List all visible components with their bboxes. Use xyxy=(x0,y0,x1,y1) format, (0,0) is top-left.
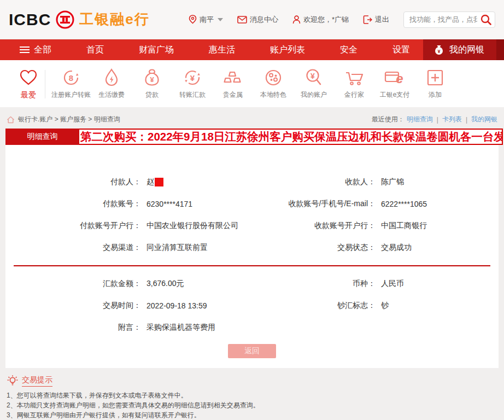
quickbar-label: 添加 xyxy=(429,91,442,99)
quickbar-item-transfer-remit[interactable]: ¥ 转账汇款 xyxy=(172,67,213,99)
breadcrumb[interactable]: 银行卡.账户 > 账户服务 > 明细查询 xyxy=(7,115,120,124)
memo-label: 附言： xyxy=(5,323,141,332)
nav-item-settings[interactable]: 设置 xyxy=(389,44,413,56)
payer-bank-label: 付款账号开户行： xyxy=(5,221,141,231)
tips-title: 交易提示 xyxy=(22,375,52,387)
purchase-annotation: 第二次购买：2022年9月18日江苏徐州客户购买保温压边机和长款保温卷圆机各一台… xyxy=(79,129,503,145)
recent-used: 最近使用： 明细查询 | 卡列表 | 我的网银 xyxy=(372,115,497,124)
quickbar-label: 工银e支付 xyxy=(380,91,410,99)
nav-item-wealth[interactable]: 财富广场 xyxy=(136,44,177,56)
nav-item-life[interactable]: 惠生活 xyxy=(206,44,238,56)
nav-item-accounts[interactable]: 账户列表 xyxy=(267,44,308,56)
my-ebank-label: 我的网银 xyxy=(449,44,484,56)
water-drop-icon xyxy=(102,67,121,89)
quickbar-item-precious-metal[interactable]: 贵金属 xyxy=(213,67,253,99)
gold-bars-icon xyxy=(223,67,243,89)
nav-item-my-ebank[interactable]: ¥ 我的网银 xyxy=(423,39,496,60)
detail-row-amount-currency: 汇款金额： 3,676.00元 币种： 人民币 xyxy=(5,273,499,295)
quickbar-label: 贵金属 xyxy=(223,91,243,99)
search-icon[interactable] xyxy=(480,14,492,26)
add-plus-icon xyxy=(425,67,445,89)
svg-text:e: e xyxy=(396,71,403,86)
logout-button[interactable]: 退出 xyxy=(363,15,389,25)
icbc-emblem-icon xyxy=(55,10,75,30)
brand-text: 工银融e行 xyxy=(79,10,149,29)
tip-item: 3、网银互联账户明细由开户银行提供，如有疑问请联系开户银行。 xyxy=(7,411,497,420)
time-label: 交易时间： xyxy=(5,301,141,311)
svg-text:¥: ¥ xyxy=(190,73,195,83)
header-search xyxy=(403,11,495,28)
tip-item: 1、您可以将查询结果下载，并保存到文本或电子表格文件中。 xyxy=(7,391,497,400)
status-value: 交易成功 xyxy=(381,243,412,253)
heart-icon xyxy=(19,67,38,89)
welcome-user[interactable]: 欢迎您，*广锦 xyxy=(292,15,349,25)
currency-label: 币种： xyxy=(254,279,376,289)
quickbar-item-register-transfer[interactable]: 8 注册账户转账 xyxy=(51,67,91,99)
breadcrumb-path: 银行卡.账户 > 账户服务 > 明细查询 xyxy=(18,115,120,124)
quickbar-label: 贷款 xyxy=(145,91,159,99)
svg-text:¥: ¥ xyxy=(150,75,154,84)
location-pin-icon xyxy=(189,15,197,24)
quickbar-label: 金行家 xyxy=(344,91,364,99)
envelope-icon xyxy=(237,16,247,24)
nav-label: 首页 xyxy=(86,44,104,56)
back-button[interactable]: 返回 xyxy=(228,344,276,358)
nav-item-security[interactable]: 安全 xyxy=(337,44,361,56)
nav-item-all[interactable]: 全部 xyxy=(16,44,55,56)
recent-link-my-ebank[interactable]: 我的网银 xyxy=(471,115,497,124)
currency-value: 人民币 xyxy=(381,279,404,289)
quickbar-item-loan[interactable]: ¥ 贷款 xyxy=(132,67,172,99)
channel-value: 同业清算互联前置 xyxy=(146,243,208,253)
message-center-label: 消息中心 xyxy=(250,15,278,25)
quickbar-item-gold-expert[interactable]: 金行家 xyxy=(334,67,374,99)
quick-access-bar: 最爱 8 注册账户转账 生活缴费 ¥ 贷款 ¥ 转账汇款 贵金属 本地特色 xyxy=(0,60,504,107)
cart-icon xyxy=(344,67,365,89)
status-label: 交易状态： xyxy=(254,243,376,253)
detail-row-bank: 付款账号开户行： 中国农业银行股份有限公司 收款账号开户行： 中国工商银行 xyxy=(5,215,499,237)
payer-label: 付款人： xyxy=(5,177,141,187)
svg-text:¥: ¥ xyxy=(310,72,315,80)
tips-list: 1、您可以将查询结果下载，并保存到文本或电子表格文件中。 2、本功能只支持查询账… xyxy=(7,391,497,420)
transaction-detail-panel: 付款人： 赵 收款人： 陈广锦 付款账号： 6230****4171 收款账号/… xyxy=(5,145,499,368)
nav-edge-decoration xyxy=(496,39,504,60)
amount-label: 汇款金额： xyxy=(5,279,141,289)
quickbar-item-add[interactable]: 添加 xyxy=(415,67,455,99)
quickbar-item-local-specialty[interactable]: 本地特色 xyxy=(253,67,294,99)
divider xyxy=(45,70,45,98)
recent-link-card-list[interactable]: 卡列表 xyxy=(442,115,462,124)
recent-label: 最近使用： xyxy=(372,115,405,124)
detail-row-account: 付款账号： 6230****4171 收款账号/手机号/E-mail： 6222… xyxy=(5,193,499,215)
message-center-link[interactable]: 消息中心 xyxy=(237,15,278,25)
nav-label: 惠生活 xyxy=(209,44,235,56)
tab-detail-query[interactable]: 明细查询 xyxy=(5,129,79,145)
magnifier-yuan-icon: ¥ xyxy=(304,67,324,89)
time-value: 2022-09-18 13:59 xyxy=(146,301,207,310)
quickbar-label: 注册账户转账 xyxy=(51,91,91,99)
top-header: ICBC 工银融e行 南平 消息中心 xyxy=(0,0,504,39)
quickbar-label: 我的账户 xyxy=(301,91,327,99)
nav-label: 设置 xyxy=(392,44,410,56)
amount-value: 3,676.00元 xyxy=(146,279,184,289)
nav-item-home[interactable]: 首页 xyxy=(83,44,107,56)
location-selector[interactable]: 南平 xyxy=(189,15,223,25)
quickbar-item-life-payment[interactable]: 生活缴费 xyxy=(91,67,132,99)
quickbar-label: 最爱 xyxy=(21,91,36,99)
recent-link-detail-query[interactable]: 明细查询 xyxy=(407,115,433,124)
main-nav: 全部 首页 财富广场 惠生活 账户列表 安全 设置 ¥ 我的网银 xyxy=(0,39,504,60)
home-icon xyxy=(7,116,15,124)
svg-text:8: 8 xyxy=(69,73,73,83)
quickbar-item-my-account[interactable]: ¥ 我的账户 xyxy=(294,67,334,99)
breadcrumb-row: 银行卡.账户 > 账户服务 > 明细查询 最近使用： 明细查询 | 卡列表 | … xyxy=(7,115,497,124)
payee-account-label: 收款账号/手机号/E-mail： xyxy=(254,199,376,209)
memo-value: 采购保温机器等费用 xyxy=(146,323,215,332)
quickbar-item-favorite[interactable]: 最爱 xyxy=(13,67,44,99)
payer-bank-value: 中国农业银行股份有限公司 xyxy=(146,221,238,231)
payee-bank-value: 中国工商银行 xyxy=(381,221,427,231)
tip-item: 2、本功能只支持查询账户明细，如您需要查询具体交易的明细信息请到相关交易查询。 xyxy=(7,401,497,410)
icbc-logo-text: ICBC xyxy=(9,10,51,29)
money-pouch-icon: ¥ xyxy=(142,67,162,89)
channel-label: 交易渠道： xyxy=(5,243,141,253)
quickbar-item-epay[interactable]: e 工银e支付 xyxy=(374,67,415,99)
location-label: 南平 xyxy=(200,15,214,25)
nav-label: 安全 xyxy=(340,44,358,56)
